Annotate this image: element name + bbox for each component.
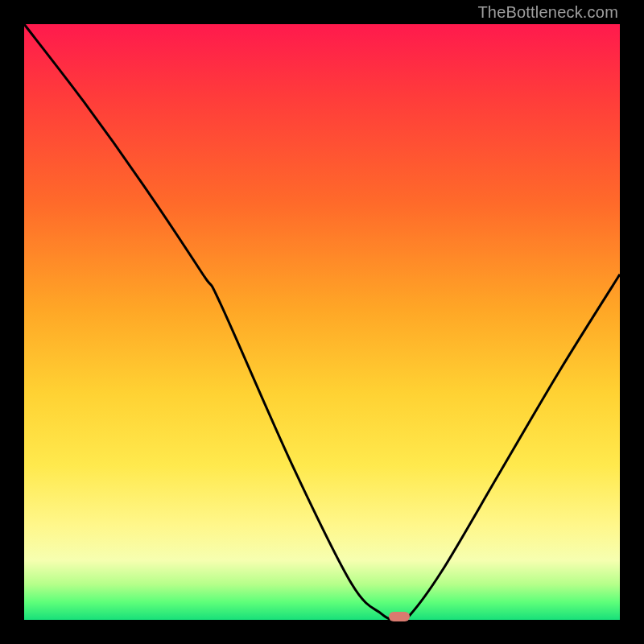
optimal-marker — [389, 612, 410, 621]
bottleneck-curve — [24, 24, 620, 620]
chart-frame: TheBottleneck.com — [0, 0, 644, 644]
watermark-text: TheBottleneck.com — [477, 3, 618, 22]
plot-area — [24, 24, 620, 620]
curve-path — [24, 24, 620, 624]
